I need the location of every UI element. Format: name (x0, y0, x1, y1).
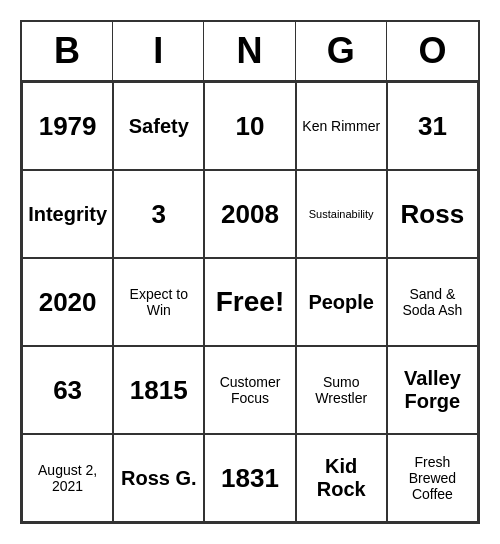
bingo-grid: 1979Safety10Ken Rimmer31Integrity32008Su… (22, 82, 478, 522)
header-letter-o: O (387, 22, 478, 80)
bingo-cell-19: Valley Forge (387, 346, 478, 434)
bingo-cell-13: People (296, 258, 387, 346)
bingo-cell-17: Customer Focus (204, 346, 295, 434)
bingo-cell-1: Safety (113, 82, 204, 170)
bingo-card: BINGO 1979Safety10Ken Rimmer31Integrity3… (20, 20, 480, 524)
header-letter-g: G (296, 22, 387, 80)
bingo-cell-6: 3 (113, 170, 204, 258)
bingo-cell-21: Ross G. (113, 434, 204, 522)
bingo-cell-12: Free! (204, 258, 295, 346)
bingo-cell-5: Integrity (22, 170, 113, 258)
bingo-cell-9: Ross (387, 170, 478, 258)
header-letter-n: N (204, 22, 295, 80)
bingo-cell-11: Expect to Win (113, 258, 204, 346)
bingo-cell-15: 63 (22, 346, 113, 434)
bingo-cell-22: 1831 (204, 434, 295, 522)
bingo-cell-23: Kid Rock (296, 434, 387, 522)
bingo-cell-18: Sumo Wrestler (296, 346, 387, 434)
bingo-cell-4: 31 (387, 82, 478, 170)
bingo-cell-2: 10 (204, 82, 295, 170)
bingo-cell-3: Ken Rimmer (296, 82, 387, 170)
bingo-cell-14: Sand & Soda Ash (387, 258, 478, 346)
bingo-cell-20: August 2, 2021 (22, 434, 113, 522)
bingo-header: BINGO (22, 22, 478, 82)
header-letter-i: I (113, 22, 204, 80)
bingo-cell-0: 1979 (22, 82, 113, 170)
bingo-cell-8: Sustainability (296, 170, 387, 258)
bingo-cell-10: 2020 (22, 258, 113, 346)
bingo-cell-16: 1815 (113, 346, 204, 434)
bingo-cell-7: 2008 (204, 170, 295, 258)
bingo-cell-24: Fresh Brewed Coffee (387, 434, 478, 522)
header-letter-b: B (22, 22, 113, 80)
